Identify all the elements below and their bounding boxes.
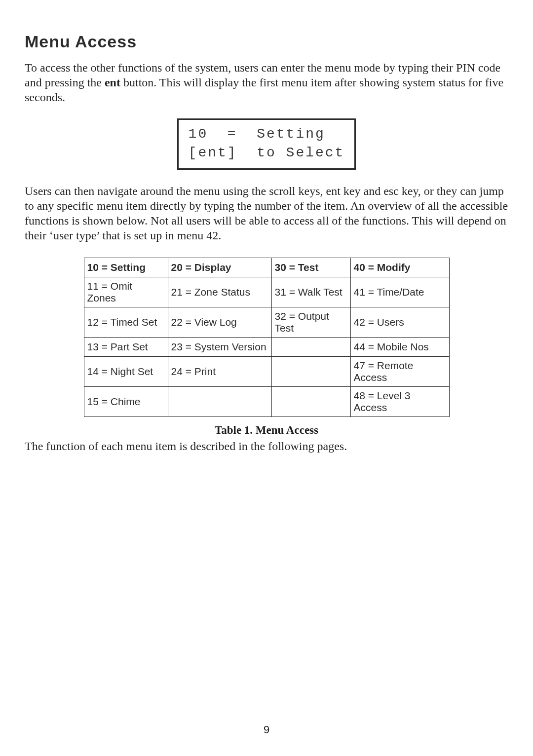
menu-table: 10 = Setting 20 = Display 30 = Test 40 =… (84, 258, 450, 417)
document-page: Menu Access To access the other function… (0, 0, 533, 756)
lcd-line-2: [ent] to Select (189, 145, 345, 160)
table-header-cell: 10 = Setting (84, 258, 168, 277)
table-cell: 31 = Walk Test (271, 277, 350, 307)
table-cell: 32 = Output Test (271, 307, 350, 337)
table-cell (168, 386, 271, 416)
intro-paragraph: To access the other functions of the sys… (25, 60, 508, 105)
lcd-line-1: 10 = Setting (189, 126, 325, 142)
page-number: 9 (0, 723, 533, 736)
table-header-cell: 30 = Test (271, 258, 350, 277)
table-cell: 23 = System Version (168, 337, 271, 356)
table-cell: 24 = Print (168, 356, 271, 386)
table-row: 14 = Night Set 24 = Print 47 = Remote Ac… (84, 356, 449, 386)
table-cell (271, 337, 350, 356)
table-caption: Table 1. Menu Access (25, 424, 508, 437)
table-cell (271, 386, 350, 416)
table-cell: 14 = Night Set (84, 356, 168, 386)
table-cell: 15 = Chime (84, 386, 168, 416)
table-cell: 11 = Omit Zones (84, 277, 168, 307)
table-header-cell: 40 = Modify (350, 258, 449, 277)
table-cell: 41 = Time/Date (350, 277, 449, 307)
table-header-row: 10 = Setting 20 = Display 30 = Test 40 =… (84, 258, 449, 277)
table-cell: 48 = Level 3 Access (350, 386, 449, 416)
table-cell: 13 = Part Set (84, 337, 168, 356)
table-cell: 47 = Remote Access (350, 356, 449, 386)
closing-paragraph: The function of each menu item is descri… (25, 439, 508, 454)
table-row: 15 = Chime 48 = Level 3 Access (84, 386, 449, 416)
table-cell: 44 = Mobile Nos (350, 337, 449, 356)
table-cell: 42 = Users (350, 307, 449, 337)
table-cell (271, 356, 350, 386)
table-cell: 12 = Timed Set (84, 307, 168, 337)
table-cell: 21 = Zone Status (168, 277, 271, 307)
lcd-display-wrap: 10 = Setting [ent] to Select (25, 118, 508, 170)
mid-paragraph: Users can then navigate around the menu … (25, 184, 508, 243)
table-cell: 22 = View Log (168, 307, 271, 337)
lcd-display: 10 = Setting [ent] to Select (177, 118, 356, 170)
table-body: 11 = Omit Zones 21 = Zone Status 31 = Wa… (84, 277, 449, 416)
table-row: 12 = Timed Set 22 = View Log 32 = Output… (84, 307, 449, 337)
table-header-cell: 20 = Display (168, 258, 271, 277)
menu-table-wrap: 10 = Setting 20 = Display 30 = Test 40 =… (25, 258, 508, 417)
page-title: Menu Access (25, 32, 508, 51)
table-row: 11 = Omit Zones 21 = Zone Status 31 = Wa… (84, 277, 449, 307)
table-row: 13 = Part Set 23 = System Version 44 = M… (84, 337, 449, 356)
